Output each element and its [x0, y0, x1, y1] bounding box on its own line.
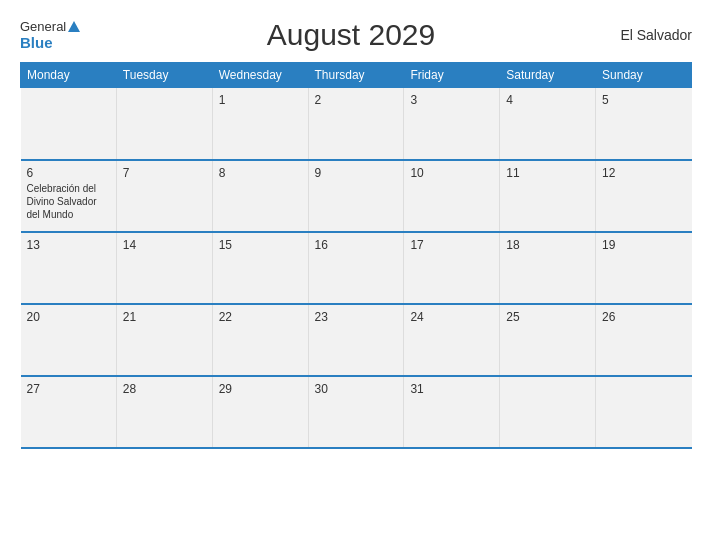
month-title: August 2029 [100, 18, 602, 52]
calendar-wrapper: GeneralBlueAugust 2029El Salvador Monday… [0, 0, 712, 550]
calendar-day-cell [500, 376, 596, 448]
day-number: 17 [410, 238, 493, 252]
weekday-header-friday: Friday [404, 63, 500, 88]
calendar-day-cell: 24 [404, 304, 500, 376]
day-number: 25 [506, 310, 589, 324]
calendar-week-row: 6Celebración del Divino Salvador del Mun… [21, 160, 692, 232]
calendar-day-cell: 12 [596, 160, 692, 232]
weekday-header-row: MondayTuesdayWednesdayThursdayFridaySatu… [21, 63, 692, 88]
day-number: 18 [506, 238, 589, 252]
calendar-day-cell: 3 [404, 88, 500, 160]
day-number: 15 [219, 238, 302, 252]
calendar-day-cell: 8 [212, 160, 308, 232]
day-number: 6 [27, 166, 110, 180]
calendar-week-row: 12345 [21, 88, 692, 160]
weekday-header-thursday: Thursday [308, 63, 404, 88]
logo-triangle-icon [68, 21, 80, 32]
calendar-day-cell: 19 [596, 232, 692, 304]
day-number: 20 [27, 310, 110, 324]
calendar-day-cell: 21 [116, 304, 212, 376]
day-number: 16 [315, 238, 398, 252]
day-number: 7 [123, 166, 206, 180]
calendar-day-cell [596, 376, 692, 448]
calendar-day-cell: 11 [500, 160, 596, 232]
weekday-header-wednesday: Wednesday [212, 63, 308, 88]
calendar-day-cell: 13 [21, 232, 117, 304]
day-number: 1 [219, 93, 302, 107]
calendar-day-cell: 30 [308, 376, 404, 448]
day-number: 24 [410, 310, 493, 324]
day-number: 19 [602, 238, 685, 252]
calendar-day-cell: 10 [404, 160, 500, 232]
country-label: El Salvador [602, 27, 692, 43]
day-number: 10 [410, 166, 493, 180]
calendar-week-row: 20212223242526 [21, 304, 692, 376]
calendar-day-cell [116, 88, 212, 160]
calendar-day-cell: 1 [212, 88, 308, 160]
calendar-day-cell: 18 [500, 232, 596, 304]
weekday-header-monday: Monday [21, 63, 117, 88]
day-number: 4 [506, 93, 589, 107]
header: GeneralBlueAugust 2029El Salvador [20, 18, 692, 52]
calendar-day-cell: 7 [116, 160, 212, 232]
logo-block: GeneralBlue [20, 19, 100, 51]
day-number: 30 [315, 382, 398, 396]
day-number: 29 [219, 382, 302, 396]
calendar-day-cell: 27 [21, 376, 117, 448]
day-number: 5 [602, 93, 685, 107]
calendar-day-cell: 9 [308, 160, 404, 232]
calendar-day-cell [21, 88, 117, 160]
calendar-day-cell: 17 [404, 232, 500, 304]
calendar-day-cell: 31 [404, 376, 500, 448]
logo-blue-text: Blue [20, 34, 53, 51]
day-number: 8 [219, 166, 302, 180]
logo-general-text: General [20, 19, 66, 34]
day-number: 23 [315, 310, 398, 324]
day-number: 13 [27, 238, 110, 252]
day-number: 22 [219, 310, 302, 324]
day-number: 2 [315, 93, 398, 107]
calendar-week-row: 2728293031 [21, 376, 692, 448]
day-number: 12 [602, 166, 685, 180]
calendar-table: MondayTuesdayWednesdayThursdayFridaySatu… [20, 62, 692, 449]
weekday-header-tuesday: Tuesday [116, 63, 212, 88]
day-number: 9 [315, 166, 398, 180]
event-text: Celebración del Divino Salvador del Mund… [27, 183, 97, 220]
calendar-day-cell: 16 [308, 232, 404, 304]
weekday-header-saturday: Saturday [500, 63, 596, 88]
day-number: 26 [602, 310, 685, 324]
calendar-day-cell: 26 [596, 304, 692, 376]
day-number: 27 [27, 382, 110, 396]
calendar-week-row: 13141516171819 [21, 232, 692, 304]
calendar-day-cell: 14 [116, 232, 212, 304]
calendar-day-cell: 5 [596, 88, 692, 160]
calendar-day-cell: 15 [212, 232, 308, 304]
calendar-day-cell: 20 [21, 304, 117, 376]
calendar-day-cell: 22 [212, 304, 308, 376]
calendar-day-cell: 25 [500, 304, 596, 376]
calendar-day-cell: 6Celebración del Divino Salvador del Mun… [21, 160, 117, 232]
calendar-day-cell: 2 [308, 88, 404, 160]
day-number: 21 [123, 310, 206, 324]
calendar-day-cell: 29 [212, 376, 308, 448]
weekday-header-sunday: Sunday [596, 63, 692, 88]
day-number: 3 [410, 93, 493, 107]
calendar-day-cell: 4 [500, 88, 596, 160]
day-number: 14 [123, 238, 206, 252]
day-number: 28 [123, 382, 206, 396]
calendar-day-cell: 23 [308, 304, 404, 376]
calendar-day-cell: 28 [116, 376, 212, 448]
day-number: 11 [506, 166, 589, 180]
day-number: 31 [410, 382, 493, 396]
